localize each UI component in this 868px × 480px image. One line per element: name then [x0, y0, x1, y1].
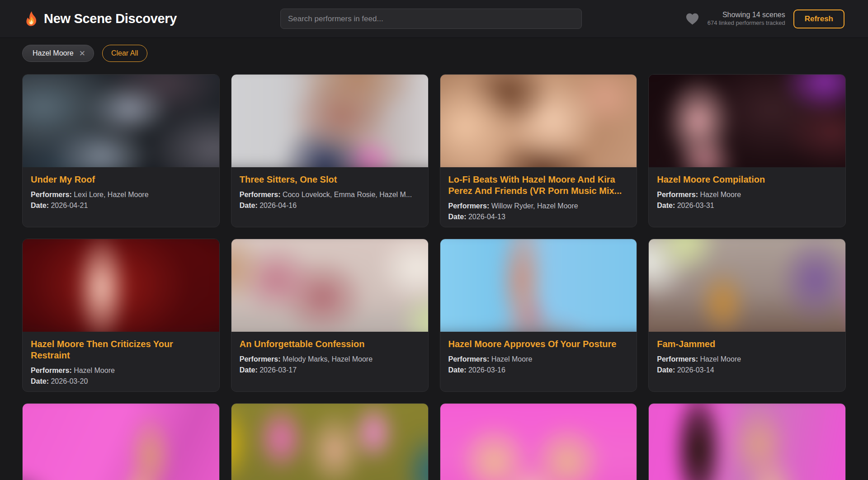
filter-chip-label: Hazel Moore	[33, 49, 74, 57]
scene-card[interactable]: Hazel Moore Then Criticizes Your Restrai…	[22, 239, 220, 392]
scene-thumbnail-blur	[649, 239, 845, 332]
scene-card[interactable]: Lo-Fi Beats With Hazel Moore And Kira Pe…	[440, 74, 637, 227]
scene-thumbnail-blur	[440, 239, 637, 332]
scene-thumbnail	[649, 239, 845, 332]
date-value: 2026-03-31	[677, 202, 714, 209]
flame-icon	[25, 11, 38, 27]
performers-tracked-count: 674 linked performers tracked	[708, 19, 785, 27]
scene-thumbnail-blur	[231, 239, 428, 332]
date-value: 2026-03-17	[259, 366, 297, 374]
scene-thumbnail-blur	[440, 404, 637, 480]
performers-value: Coco Lovelock, Emma Rosie, Hazel M...	[283, 191, 412, 198]
app-header: New Scene Discovery Showing 14 scenes 67…	[0, 0, 868, 38]
scene-card[interactable]	[22, 403, 220, 480]
scene-thumbnail-blur	[649, 404, 845, 480]
scene-thumbnail	[23, 75, 219, 167]
scene-title: Hazel Moore Compilation	[657, 174, 837, 185]
scene-card-body: An Unforgettable Confession Performers: …	[231, 332, 428, 376]
scene-card[interactable]: An Unforgettable Confession Performers: …	[231, 239, 429, 392]
date-label: Date:	[240, 366, 259, 374]
scene-title: Three Sitters, One Slot	[240, 174, 420, 185]
scene-title: Hazel Moore Then Criticizes Your Restrai…	[31, 339, 211, 361]
date-label: Date:	[448, 213, 468, 221]
search-input[interactable]	[280, 9, 582, 29]
performers-line: Performers: Willow Ryder, Hazel Moore	[448, 201, 629, 212]
scene-card[interactable]: Under My Roof Performers: Lexi Lore, Haz…	[22, 74, 220, 227]
performers-line: Performers: Hazel Moore	[657, 354, 837, 365]
scene-thumbnail-blur	[649, 75, 845, 167]
scene-card-body: Three Sitters, One Slot Performers: Coco…	[231, 167, 428, 211]
performers-label: Performers:	[240, 355, 283, 363]
date-line: Date: 2026-03-20	[31, 376, 211, 387]
scene-title: Under My Roof	[31, 174, 211, 185]
performers-value: Hazel Moore	[700, 191, 741, 198]
clear-all-button[interactable]: Clear All	[102, 45, 147, 62]
performers-value: Hazel Moore	[700, 355, 741, 363]
performers-label: Performers:	[240, 191, 283, 198]
scene-card[interactable]: Hazel Moore Approves Of Your Posture Per…	[440, 239, 637, 392]
header-right: Showing 14 scenes 674 linked performers …	[685, 9, 844, 28]
scene-title: An Unforgettable Confession	[240, 339, 420, 350]
chip-remove-icon[interactable]: ✕	[79, 50, 85, 57]
date-line: Date: 2026-03-31	[657, 200, 837, 211]
scene-card-body: Hazel Moore Compilation Performers: Haze…	[649, 167, 845, 211]
date-label: Date:	[448, 366, 468, 374]
scene-thumbnail	[231, 75, 428, 167]
search-wrap	[177, 9, 685, 29]
scene-thumbnail-blur	[440, 75, 637, 167]
date-line: Date: 2026-03-17	[240, 365, 420, 376]
performers-label: Performers:	[31, 367, 74, 374]
scenes-count: Showing 14 scenes	[708, 10, 785, 20]
scene-thumbnail-blur	[23, 404, 219, 480]
date-label: Date:	[31, 377, 51, 385]
performers-label: Performers:	[657, 191, 700, 198]
date-label: Date:	[240, 202, 259, 209]
scene-card-body: Lo-Fi Beats With Hazel Moore And Kira Pe…	[440, 167, 637, 222]
favorites-heart-icon[interactable]	[685, 12, 699, 25]
scene-title: Fam-Jammed	[657, 339, 837, 350]
performers-line: Performers: Melody Marks, Hazel Moore	[240, 354, 420, 365]
date-value: 2026-03-20	[51, 377, 88, 385]
scene-card[interactable]: Three Sitters, One Slot Performers: Coco…	[231, 74, 429, 227]
scene-thumbnail-blur	[23, 239, 219, 332]
scene-thumbnail	[649, 404, 845, 480]
date-label: Date:	[657, 366, 677, 374]
performers-label: Performers:	[448, 202, 491, 210]
scene-card[interactable]: Fam-Jammed Performers: Hazel Moore Date:…	[648, 239, 846, 392]
scene-thumbnail	[23, 239, 219, 332]
filter-bar: Hazel Moore ✕ Clear All	[0, 38, 868, 62]
performers-value: Lexi Lore, Hazel Moore	[74, 191, 148, 198]
performers-line: Performers: Hazel Moore	[448, 354, 629, 365]
scene-thumbnail	[23, 404, 219, 480]
scene-thumbnail-blur	[23, 75, 219, 167]
date-label: Date:	[31, 202, 51, 209]
scene-card[interactable]: Hazel Moore Compilation Performers: Haze…	[648, 74, 846, 227]
performers-value: Hazel Moore	[491, 355, 533, 363]
scene-card[interactable]	[648, 403, 846, 480]
scene-thumbnail	[440, 239, 637, 332]
scene-thumbnail	[231, 404, 428, 480]
scene-thumbnail-blur	[231, 75, 428, 167]
feed-stats: Showing 14 scenes 674 linked performers …	[708, 10, 785, 28]
date-label: Date:	[657, 202, 677, 209]
date-line: Date: 2026-03-16	[448, 365, 629, 376]
date-value: 2026-04-21	[51, 202, 88, 209]
filter-chip-hazel-moore[interactable]: Hazel Moore ✕	[22, 45, 94, 62]
scene-card-body: Hazel Moore Approves Of Your Posture Per…	[440, 332, 637, 376]
performers-label: Performers:	[448, 355, 491, 363]
brand: New Scene Discovery	[25, 11, 177, 27]
performers-value: Melody Marks, Hazel Moore	[283, 355, 373, 363]
scene-thumbnail	[440, 404, 637, 480]
scene-thumbnail-blur	[231, 404, 428, 480]
performers-value: Willow Ryder, Hazel Moore	[491, 202, 578, 210]
performers-label: Performers:	[657, 355, 700, 363]
date-value: 2026-03-14	[677, 366, 714, 374]
performers-line: Performers: Lexi Lore, Hazel Moore	[31, 189, 211, 200]
scene-title: Lo-Fi Beats With Hazel Moore And Kira Pe…	[448, 174, 629, 197]
date-value: 2026-04-13	[468, 213, 505, 221]
scene-card[interactable]	[231, 403, 429, 480]
scene-title: Hazel Moore Approves Of Your Posture	[448, 339, 629, 350]
scene-card[interactable]	[440, 403, 637, 480]
date-value: 2026-04-16	[259, 202, 297, 209]
refresh-button[interactable]: Refresh	[793, 9, 844, 28]
